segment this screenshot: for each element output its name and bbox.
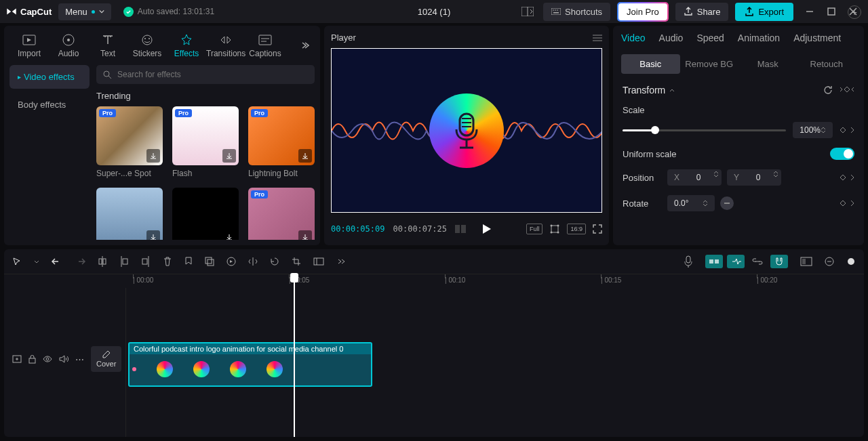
preview-toggle[interactable] bbox=[800, 257, 812, 266]
nav-tab-audio[interactable]: Audio bbox=[49, 30, 88, 61]
shortcuts-button[interactable]: Shortcuts bbox=[543, 3, 610, 21]
effect-card[interactable] bbox=[96, 188, 163, 240]
download-icon[interactable] bbox=[222, 149, 236, 163]
play-button[interactable] bbox=[482, 224, 492, 234]
search-input[interactable] bbox=[96, 65, 315, 84]
more-tools[interactable] bbox=[336, 258, 346, 265]
snap-toggle-2[interactable] bbox=[727, 255, 745, 268]
layout-button[interactable] bbox=[519, 4, 536, 19]
nav-tab-captions[interactable]: Captions bbox=[245, 30, 285, 61]
subtab-mask[interactable]: Mask bbox=[738, 54, 797, 74]
minimize-button[interactable] bbox=[806, 7, 819, 16]
player-menu-icon[interactable] bbox=[593, 35, 602, 41]
copy-tool[interactable] bbox=[205, 257, 214, 266]
download-icon[interactable] bbox=[222, 230, 236, 240]
effect-card[interactable] bbox=[172, 188, 239, 240]
magnet-toggle[interactable] bbox=[770, 255, 788, 268]
trim-left-tool[interactable] bbox=[119, 256, 129, 267]
rotate-dial[interactable] bbox=[720, 196, 734, 210]
track-lock-icon[interactable] bbox=[28, 354, 36, 364]
download-icon[interactable] bbox=[146, 149, 160, 163]
share-button[interactable]: Share bbox=[675, 3, 729, 21]
keyframe-icon[interactable] bbox=[840, 127, 846, 133]
inspector-tab-animation[interactable]: Animation bbox=[738, 33, 780, 49]
maximize-button[interactable] bbox=[827, 7, 841, 16]
aspect-ratio-button[interactable]: 16:9 bbox=[567, 224, 586, 234]
subtab-remove-bg[interactable]: Remove BG bbox=[680, 54, 739, 74]
reset-icon[interactable] bbox=[823, 85, 833, 95]
player-canvas[interactable] bbox=[331, 48, 602, 213]
zoom-in-button[interactable]: + bbox=[848, 5, 861, 19]
join-pro-button[interactable]: Join Pro bbox=[617, 2, 669, 22]
nav-tab-import[interactable]: Import bbox=[9, 30, 49, 61]
record-button[interactable] bbox=[684, 255, 693, 268]
keyframe-next-icon[interactable] bbox=[850, 174, 854, 181]
nav-tab-text[interactable]: Text bbox=[88, 30, 127, 61]
sidebar-item-body-effects[interactable]: Body effects bbox=[9, 93, 90, 117]
inspector-tab-video[interactable]: Video bbox=[621, 33, 646, 49]
nav-more-button[interactable] bbox=[294, 35, 315, 56]
marker-tool[interactable] bbox=[184, 256, 193, 267]
inspector-tab-speed[interactable]: Speed bbox=[696, 33, 724, 49]
nav-tab-transitions[interactable]: Transitions bbox=[206, 30, 245, 61]
download-icon[interactable] bbox=[298, 230, 312, 240]
track-mute-icon[interactable] bbox=[59, 355, 68, 363]
keyframe-next-icon[interactable] bbox=[850, 200, 854, 207]
scale-slider[interactable] bbox=[623, 129, 786, 131]
reverse-tool[interactable] bbox=[226, 257, 236, 266]
undo-button[interactable] bbox=[52, 257, 62, 266]
cover-button[interactable]: Cover bbox=[91, 346, 121, 372]
subtab-basic[interactable]: Basic bbox=[621, 54, 680, 74]
inspector-tab-audio[interactable]: Audio bbox=[659, 33, 684, 49]
effect-card[interactable]: Pro bbox=[248, 188, 315, 240]
uniform-scale-toggle[interactable] bbox=[830, 148, 854, 160]
compare-icon[interactable] bbox=[455, 225, 466, 233]
link-toggle[interactable] bbox=[749, 255, 766, 268]
keyframe-next-icon[interactable] bbox=[850, 127, 854, 133]
menu-button[interactable]: Menu bbox=[58, 3, 111, 20]
export-button[interactable]: Export bbox=[735, 3, 793, 21]
effect-card[interactable]: Pro Lightning Bolt bbox=[248, 106, 315, 178]
sidebar-item-video-effects[interactable]: Video effects bbox=[9, 65, 90, 89]
effect-card[interactable]: Pro Super-...e Spot bbox=[96, 106, 163, 178]
delete-tool[interactable] bbox=[163, 256, 172, 267]
keyframe-icon[interactable] bbox=[840, 200, 846, 207]
crop-icon[interactable] bbox=[549, 224, 560, 234]
position-y-input[interactable]: Y 0 bbox=[727, 169, 781, 186]
rotate-tool[interactable] bbox=[270, 257, 279, 266]
selection-tool[interactable] bbox=[12, 257, 22, 266]
redo-button[interactable] bbox=[75, 257, 85, 266]
chevron-up-icon[interactable] bbox=[669, 87, 675, 93]
playhead[interactable] bbox=[294, 274, 295, 437]
trim-right-tool[interactable] bbox=[141, 256, 151, 267]
download-icon[interactable] bbox=[146, 230, 160, 240]
nav-tab-stickers[interactable]: Stickers bbox=[127, 30, 167, 61]
timeline-tracks[interactable]: Colorful podcast intro logo animation fo… bbox=[126, 288, 864, 437]
full-button[interactable]: Full bbox=[526, 224, 543, 234]
rotate-value[interactable]: 0.0° bbox=[667, 195, 715, 211]
timeline-ruler[interactable]: | 00:00 | 00:05 | 00:10 | 00:15 | 00:20 bbox=[126, 274, 864, 288]
effect-card[interactable]: Pro Flash bbox=[172, 106, 239, 178]
freeze-tool[interactable] bbox=[313, 257, 324, 266]
zoom-out-button[interactable] bbox=[825, 257, 834, 266]
zoom-slider[interactable] bbox=[846, 257, 856, 266]
video-clip[interactable]: Colorful podcast intro logo animation fo… bbox=[128, 342, 372, 387]
player-title: Player bbox=[331, 33, 356, 43]
mirror-tool[interactable] bbox=[248, 257, 258, 266]
keyframe-icon[interactable] bbox=[840, 174, 846, 181]
download-icon[interactable] bbox=[298, 149, 312, 163]
scale-value[interactable]: 100% bbox=[793, 122, 833, 138]
fullscreen-icon[interactable] bbox=[593, 224, 602, 234]
crop-tool[interactable] bbox=[292, 257, 301, 266]
nav-tab-effects[interactable]: Effects bbox=[167, 30, 206, 61]
track-add-icon[interactable] bbox=[12, 355, 22, 363]
track-more-icon[interactable]: ⋯ bbox=[75, 354, 84, 364]
snap-toggle-1[interactable] bbox=[705, 255, 723, 268]
subtab-retouch[interactable]: Retouch bbox=[797, 54, 856, 74]
keyframe-nav-icon[interactable] bbox=[840, 85, 854, 95]
position-x-input[interactable]: X 0 bbox=[667, 169, 722, 186]
selection-dropdown[interactable] bbox=[34, 260, 39, 264]
track-visibility-icon[interactable] bbox=[43, 356, 52, 362]
inspector-tab-adjustment[interactable]: Adjustment bbox=[793, 33, 841, 49]
split-tool[interactable] bbox=[98, 256, 107, 267]
